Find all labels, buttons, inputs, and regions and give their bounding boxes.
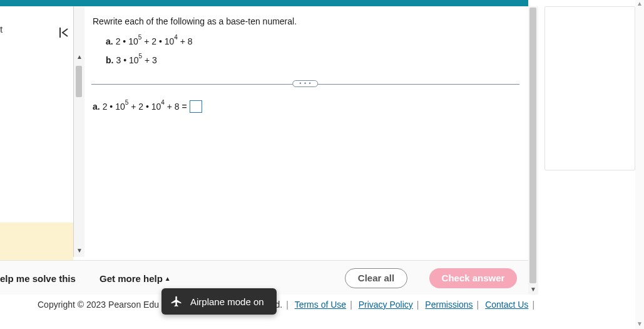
copyright-text-pre: Copyright © 2023 Pearson Edu <box>38 300 159 310</box>
sidebar-text-fragment: t <box>0 24 3 34</box>
part-label: a. <box>93 102 100 112</box>
question-parts-list: a.2 • 105 + 2 • 104 + 8 b.3 • 105 + 3 <box>106 33 193 70</box>
scroll-up-button[interactable]: ▲ <box>74 53 85 62</box>
permissions-link[interactable]: Permissions <box>425 300 473 310</box>
clear-all-button[interactable]: Clear all <box>345 268 407 288</box>
scroll-down-button[interactable]: ▼ <box>528 286 538 295</box>
terms-link[interactable]: Terms of Use <box>295 300 346 310</box>
airplane-mode-toast: Airplane mode on <box>161 288 277 315</box>
scroll-up-button[interactable]: ▲ <box>635 0 644 9</box>
app-header-strip <box>0 0 528 6</box>
caret-up-icon: ▲ <box>165 275 171 282</box>
inner-scrollbar-left: ▲ ▼ <box>73 6 84 257</box>
expand-divider-button[interactable]: • • • <box>292 80 318 87</box>
answer-expression: a.2 • 105 + 2 • 104 + 8 = <box>93 102 187 112</box>
scroll-down-button[interactable]: ▼ <box>635 320 644 329</box>
get-more-help-button[interactable]: Get more help▲ <box>100 273 171 284</box>
question-panel: Rewrite each of the following as a base-… <box>84 6 528 257</box>
question-part-a: a.2 • 105 + 2 • 104 + 8 <box>106 33 193 51</box>
airplane-icon <box>170 295 183 308</box>
panel-scrollbar-right: ▼ <box>528 6 538 295</box>
left-sidebar: t <box>0 6 73 257</box>
collapse-left-icon <box>58 25 73 40</box>
right-side-panel: ▼ <box>538 0 644 329</box>
part-label: b. <box>106 55 113 65</box>
section-divider: • • • <box>91 80 519 88</box>
answer-input-a[interactable] <box>190 100 202 113</box>
scroll-thumb[interactable] <box>529 8 536 283</box>
sidebar-highlight-block <box>0 222 73 263</box>
collapse-sidebar-button[interactable] <box>58 25 73 40</box>
get-more-help-label: Get more help <box>100 273 163 284</box>
answer-row-a: a.2 • 105 + 2 • 104 + 8 = <box>93 100 202 113</box>
help-me-solve-button[interactable]: elp me solve this <box>0 273 76 284</box>
contact-link[interactable]: Contact Us <box>485 300 528 310</box>
side-card <box>544 6 635 170</box>
window-scrollbar: ▲ ▼ <box>635 0 644 329</box>
scroll-thumb[interactable] <box>76 66 82 97</box>
privacy-link[interactable]: Privacy Policy <box>359 300 413 310</box>
question-part-b: b.3 • 105 + 3 <box>106 51 193 70</box>
copyright-bar: Copyright © 2023 Pearson Edu ed. | Terms… <box>38 300 538 310</box>
toast-text: Airplane mode on <box>190 296 264 307</box>
question-instruction: Rewrite each of the following as a base-… <box>93 16 297 26</box>
scroll-down-button[interactable]: ▼ <box>74 247 85 256</box>
part-label: a. <box>106 36 113 46</box>
check-answer-button[interactable]: Check answer <box>429 268 517 288</box>
